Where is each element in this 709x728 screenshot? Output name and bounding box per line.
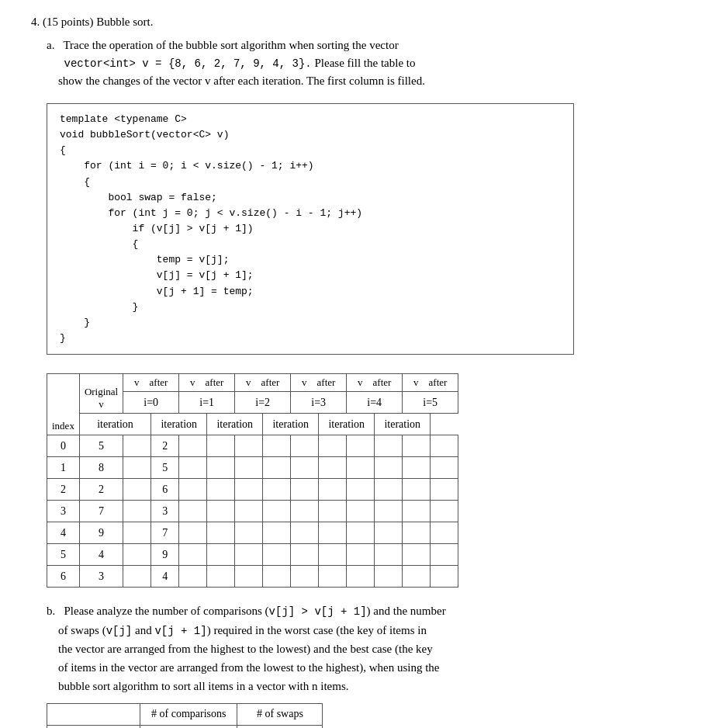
cell-after-i5[interactable] [431,522,458,544]
cell-v-i2[interactable] [235,457,263,479]
cell-after-i0: 4 [151,566,179,588]
cell-v-i1[interactable] [179,435,207,457]
col-i2-sub: i=2 [235,392,291,414]
cell-v-i3[interactable] [291,479,319,501]
cell-original: 9 [79,522,123,544]
cell-after-i4[interactable] [375,479,403,501]
cell-v-i1[interactable] [179,522,207,544]
part-b-code3: v[j + 1] [154,625,206,637]
cell-after-i3[interactable] [319,501,347,522]
cell-after-i1[interactable] [207,522,235,544]
cell-after-i4[interactable] [375,435,403,457]
cell-v-i3[interactable] [291,457,319,479]
col-after-i0-header: v after [123,374,179,392]
cell-v-i3[interactable] [291,566,319,588]
part-b-text5: the vector are arranged from the highest… [58,643,433,655]
cell-v-i4[interactable] [347,479,375,501]
cell-after-i2[interactable] [263,457,291,479]
cell-v-i5[interactable] [403,522,431,544]
cell-after-i2[interactable] [263,544,291,566]
col-after-i3-header: v after [291,374,347,392]
worst-case-label: the worst case [47,725,140,728]
cell-after-i3[interactable] [319,522,347,544]
cell-after-i5[interactable] [431,457,458,479]
cell-after-i1[interactable] [207,566,235,588]
cell-v-i5[interactable] [403,435,431,457]
cell-v-i0[interactable] [123,501,151,522]
cell-after-i2[interactable] [263,435,291,457]
cell-after-i3[interactable] [319,544,347,566]
cell-after-i4[interactable] [375,544,403,566]
cell-index: 2 [47,479,80,501]
cell-after-i0: 6 [151,479,179,501]
cell-v-i0[interactable] [123,566,151,588]
cell-after-i5[interactable] [431,501,458,522]
cell-after-i1[interactable] [207,479,235,501]
cell-v-i1[interactable] [179,544,207,566]
cell-v-i4[interactable] [347,435,375,457]
cell-after-i4[interactable] [375,522,403,544]
question-points: (15 points) [43,16,93,28]
worst-swaps[interactable] [237,725,323,728]
cell-after-i5[interactable] [431,435,458,457]
cell-after-i1[interactable] [207,435,235,457]
cell-after-i3[interactable] [319,479,347,501]
cell-v-i3[interactable] [291,435,319,457]
col-index: index [47,374,80,435]
cell-v-i2[interactable] [235,435,263,457]
cell-v-i5[interactable] [403,457,431,479]
cell-v-i3[interactable] [291,501,319,522]
cell-v-i0[interactable] [123,522,151,544]
cell-index: 1 [47,457,80,479]
cell-v-i2[interactable] [235,479,263,501]
cell-v-i4[interactable] [347,501,375,522]
cell-v-i3[interactable] [291,544,319,566]
cell-after-i5[interactable] [431,544,458,566]
cell-after-i4[interactable] [375,501,403,522]
cell-after-i3[interactable] [319,566,347,588]
cell-v-i4[interactable] [347,522,375,544]
cell-v-i5[interactable] [403,566,431,588]
cell-v-i5[interactable] [403,501,431,522]
cell-after-i2[interactable] [263,522,291,544]
cell-v-i4[interactable] [347,566,375,588]
cell-v-i0[interactable] [123,435,151,457]
part-b-code1: v[j] > v[j + 1] [269,605,367,618]
cell-after-i2[interactable] [263,501,291,522]
part-b-label: b. [47,605,55,617]
cell-after-i4[interactable] [375,457,403,479]
cell-v-i2[interactable] [235,544,263,566]
cell-v-i0[interactable] [123,457,151,479]
cell-v-i1[interactable] [179,566,207,588]
cell-v-i4[interactable] [347,544,375,566]
cell-v-i5[interactable] [403,544,431,566]
cell-v-i3[interactable] [291,522,319,544]
cell-v-i2[interactable] [235,566,263,588]
cell-v-i0[interactable] [123,479,151,501]
cell-v-i4[interactable] [347,457,375,479]
cell-after-i2[interactable] [263,479,291,501]
cell-after-i5[interactable] [431,479,458,501]
cell-v-i1[interactable] [179,479,207,501]
cell-v-i5[interactable] [403,479,431,501]
part-b-text4: ) required in the worst case (the key of… [207,624,427,636]
cell-after-i2[interactable] [263,566,291,588]
cell-original: 5 [79,435,123,457]
trace-table: index Originalv v after v after v after … [47,373,458,588]
col-i5-iter: iteration [375,414,431,435]
cell-after-i5[interactable] [431,566,458,588]
cell-v-i2[interactable] [235,522,263,544]
cell-after-i1[interactable] [207,501,235,522]
cell-v-i2[interactable] [235,501,263,522]
cell-after-i0: 2 [151,435,179,457]
cell-after-i1[interactable] [207,457,235,479]
cell-v-i1[interactable] [179,457,207,479]
cell-after-i3[interactable] [319,457,347,479]
cell-after-i3[interactable] [319,435,347,457]
cell-after-i1[interactable] [207,544,235,566]
cell-after-i4[interactable] [375,566,403,588]
col-after-i2-header: v after [235,374,291,392]
worst-comparisons[interactable] [140,725,237,728]
cell-v-i0[interactable] [123,544,151,566]
cell-v-i1[interactable] [179,501,207,522]
